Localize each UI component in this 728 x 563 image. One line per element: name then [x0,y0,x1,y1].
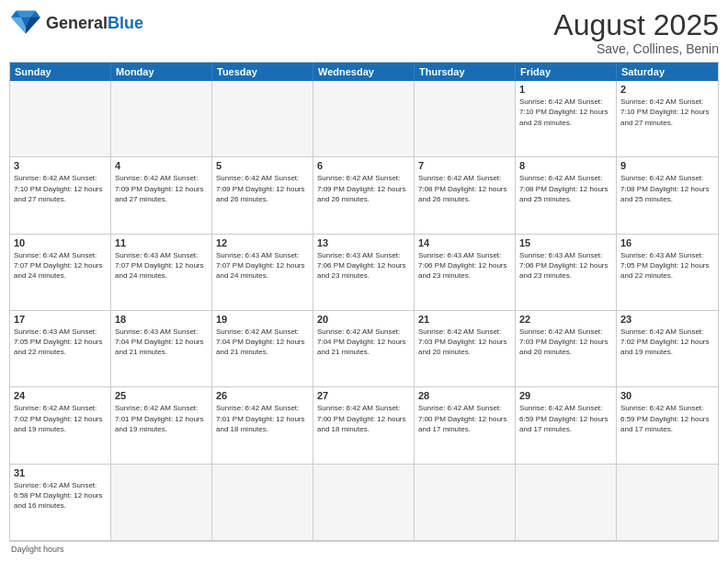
calendar-cell [415,465,516,541]
page: GeneralBlue August 2025 Save, Collines, … [0,0,728,563]
cell-info: Sunrise: 6:42 AM Sunset: 6:58 PM Dayligh… [14,480,107,511]
day-headers: SundayMondayTuesdayWednesdayThursdayFrid… [10,63,718,81]
cell-info: Sunrise: 6:42 AM Sunset: 7:04 PM Dayligh… [317,327,410,358]
calendar-cell: 2Sunrise: 6:42 AM Sunset: 7:10 PM Daylig… [617,81,718,157]
cell-info: Sunrise: 6:42 AM Sunset: 6:59 PM Dayligh… [620,403,714,434]
calendar-cell: 5Sunrise: 6:42 AM Sunset: 7:09 PM Daylig… [212,157,313,234]
calendar-cell [415,81,516,157]
calendar-cell: 28Sunrise: 6:42 AM Sunset: 7:00 PM Dayli… [415,387,516,464]
cell-info: Sunrise: 6:43 AM Sunset: 7:05 PM Dayligh… [620,250,714,282]
cell-info: Sunrise: 6:42 AM Sunset: 7:09 PM Dayligh… [216,173,309,204]
calendar-cell: 15Sunrise: 6:43 AM Sunset: 7:06 PM Dayli… [516,235,617,311]
calendar-cell [111,81,212,157]
day-header: Friday [516,63,617,81]
header: GeneralBlue August 2025 Save, Collines, … [9,9,719,56]
cell-date: 20 [317,314,410,325]
cell-info: Sunrise: 6:42 AM Sunset: 7:10 PM Dayligh… [14,173,107,204]
cell-date: 25 [115,390,208,401]
day-header: Saturday [617,63,718,81]
cell-date: 5 [216,160,309,171]
cell-info: Sunrise: 6:43 AM Sunset: 7:04 PM Dayligh… [115,327,208,358]
cell-info: Sunrise: 6:42 AM Sunset: 7:03 PM Dayligh… [418,327,511,358]
cell-date: 18 [115,314,208,325]
cell-info: Sunrise: 6:43 AM Sunset: 7:05 PM Dayligh… [14,327,107,358]
calendar-cell: 17Sunrise: 6:43 AM Sunset: 7:05 PM Dayli… [10,311,111,387]
cell-info: Sunrise: 6:43 AM Sunset: 7:07 PM Dayligh… [216,250,309,282]
calendar: SundayMondayTuesdayWednesdayThursdayFrid… [9,62,719,542]
calendar-cell: 11Sunrise: 6:43 AM Sunset: 7:07 PM Dayli… [111,235,212,311]
cell-date: 8 [519,160,612,171]
cell-info: Sunrise: 6:43 AM Sunset: 7:06 PM Dayligh… [519,250,612,282]
calendar-cell: 18Sunrise: 6:43 AM Sunset: 7:04 PM Dayli… [111,311,212,387]
calendar-cell: 22Sunrise: 6:42 AM Sunset: 7:03 PM Dayli… [516,311,617,387]
cell-info: Sunrise: 6:42 AM Sunset: 6:59 PM Dayligh… [519,403,612,434]
main-title: August 2025 [553,9,719,41]
calendar-cell [10,81,111,157]
calendar-cell: 12Sunrise: 6:43 AM Sunset: 7:07 PM Dayli… [212,235,313,311]
cell-info: Sunrise: 6:42 AM Sunset: 7:10 PM Dayligh… [620,97,714,128]
day-header: Monday [111,63,212,81]
calendar-grid: 1Sunrise: 6:42 AM Sunset: 7:10 PM Daylig… [10,81,718,541]
cell-date: 15 [519,237,612,248]
cell-date: 21 [418,314,511,325]
cell-info: Sunrise: 6:42 AM Sunset: 7:07 PM Dayligh… [14,250,107,282]
cell-info: Sunrise: 6:42 AM Sunset: 7:09 PM Dayligh… [115,173,208,204]
cell-info: Sunrise: 6:42 AM Sunset: 7:08 PM Dayligh… [620,173,714,204]
calendar-cell: 16Sunrise: 6:43 AM Sunset: 7:05 PM Dayli… [617,235,718,311]
logo-text: GeneralBlue [46,15,143,32]
cell-date: 2 [620,84,714,95]
calendar-cell: 30Sunrise: 6:42 AM Sunset: 6:59 PM Dayli… [617,387,718,464]
cell-date: 12 [216,237,309,248]
calendar-cell [212,465,313,541]
cell-date: 19 [216,314,309,325]
title-block: August 2025 Save, Collines, Benin [553,9,719,56]
cell-info: Sunrise: 6:43 AM Sunset: 7:06 PM Dayligh… [317,250,410,282]
calendar-cell: 27Sunrise: 6:42 AM Sunset: 7:00 PM Dayli… [313,387,415,464]
cell-date: 26 [216,390,309,401]
calendar-cell: 1Sunrise: 6:42 AM Sunset: 7:10 PM Daylig… [516,81,617,157]
calendar-cell: 21Sunrise: 6:42 AM Sunset: 7:03 PM Dayli… [415,311,516,387]
cell-date: 29 [519,390,612,401]
calendar-cell: 24Sunrise: 6:42 AM Sunset: 7:02 PM Dayli… [10,387,111,464]
day-header: Thursday [415,63,516,81]
cell-date: 11 [115,237,208,248]
cell-info: Sunrise: 6:42 AM Sunset: 7:01 PM Dayligh… [216,403,309,434]
calendar-cell: 20Sunrise: 6:42 AM Sunset: 7:04 PM Dayli… [313,311,415,387]
cell-date: 13 [317,237,410,248]
logo: GeneralBlue [9,9,143,37]
calendar-cell: 7Sunrise: 6:42 AM Sunset: 7:08 PM Daylig… [415,157,516,234]
day-header: Sunday [10,63,111,81]
calendar-cell: 4Sunrise: 6:42 AM Sunset: 7:09 PM Daylig… [111,157,212,234]
cell-date: 28 [418,390,511,401]
cell-info: Sunrise: 6:43 AM Sunset: 7:06 PM Dayligh… [418,250,511,282]
calendar-cell: 13Sunrise: 6:43 AM Sunset: 7:06 PM Dayli… [313,235,415,311]
calendar-cell: 26Sunrise: 6:42 AM Sunset: 7:01 PM Dayli… [212,387,313,464]
calendar-cell: 10Sunrise: 6:42 AM Sunset: 7:07 PM Dayli… [10,235,111,311]
calendar-cell [111,465,212,541]
cell-date: 31 [14,467,107,478]
cell-info: Sunrise: 6:42 AM Sunset: 7:02 PM Dayligh… [14,403,107,434]
logo-icon [9,9,42,37]
calendar-cell: 3Sunrise: 6:42 AM Sunset: 7:10 PM Daylig… [10,157,111,234]
calendar-cell: 14Sunrise: 6:43 AM Sunset: 7:06 PM Dayli… [415,235,516,311]
cell-date: 24 [14,390,107,401]
cell-date: 9 [620,160,714,171]
calendar-cell: 8Sunrise: 6:42 AM Sunset: 7:08 PM Daylig… [516,157,617,234]
cell-date: 3 [14,160,107,171]
calendar-cell [313,81,415,157]
calendar-cell: 23Sunrise: 6:42 AM Sunset: 7:02 PM Dayli… [617,311,718,387]
calendar-cell: 29Sunrise: 6:42 AM Sunset: 6:59 PM Dayli… [516,387,617,464]
cell-date: 16 [620,237,714,248]
day-header: Wednesday [313,63,415,81]
day-header: Tuesday [212,63,313,81]
cell-date: 23 [620,314,714,325]
calendar-cell [313,465,415,541]
cell-info: Sunrise: 6:42 AM Sunset: 7:00 PM Dayligh… [317,403,410,434]
cell-info: Sunrise: 6:42 AM Sunset: 7:01 PM Dayligh… [115,403,208,434]
cell-date: 17 [14,314,107,325]
cell-date: 14 [418,237,511,248]
subtitle: Save, Collines, Benin [553,41,719,56]
cell-date: 1 [519,84,612,95]
calendar-cell: 19Sunrise: 6:42 AM Sunset: 7:04 PM Dayli… [212,311,313,387]
calendar-cell: 9Sunrise: 6:42 AM Sunset: 7:08 PM Daylig… [617,157,718,234]
